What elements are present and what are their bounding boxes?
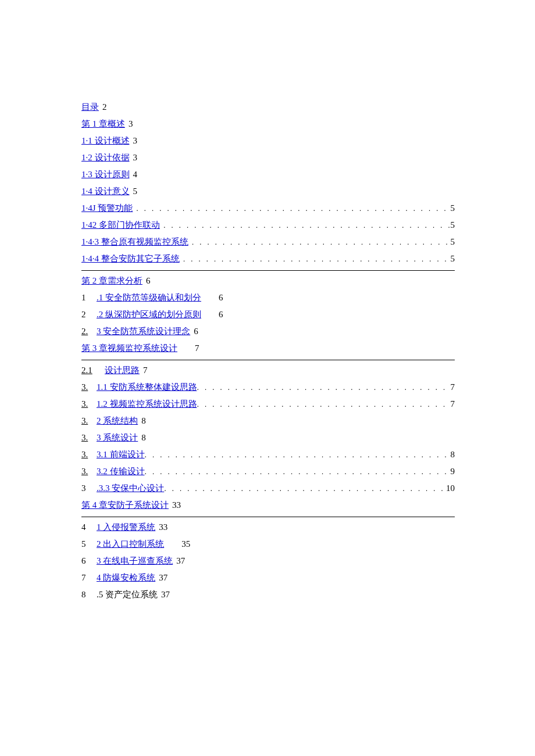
- toc-entry-dotted: 3.1.1 安防系统整体建设思路. . . . . . . . . . . . …: [81, 382, 455, 393]
- toc-entry-dotted: 3.3.2 传输设计. . . . . . . . . . . . . . . …: [81, 466, 455, 477]
- toc-entry: 63 在线电子巡查系统37: [81, 556, 455, 567]
- toc-link[interactable]: 第 4 章安防子系统设计: [81, 500, 169, 511]
- page-number: 7: [451, 382, 455, 392]
- toc-entry: 1·3 设计原则4: [81, 169, 455, 180]
- toc-entry: 1·2 设计依据3: [81, 152, 455, 163]
- page-number: 9: [451, 467, 455, 476]
- section-divider: [81, 270, 455, 271]
- toc-entry: 41 入侵报警系统33: [81, 522, 455, 533]
- toc-prefix: 7: [81, 573, 97, 583]
- toc-entry: 第 2 章需求分析6: [81, 275, 455, 286]
- toc-entry-dotted: 1·4·4 整合安防其它子系统. . . . . . . . . . . . .…: [81, 253, 455, 264]
- page-number: 6: [219, 293, 223, 303]
- page-number: 35: [181, 539, 190, 549]
- toc-link[interactable]: 3.1 前端设计: [97, 449, 145, 460]
- page-number: 5: [451, 254, 455, 264]
- section-divider: [81, 517, 455, 517]
- toc-entry-dotted: 1·4·3 整合原有视频监控系统. . . . . . . . . . . . …: [81, 237, 455, 248]
- page-number: 33: [172, 500, 181, 510]
- page-number: 3: [129, 119, 133, 129]
- page-number: 3: [133, 136, 138, 146]
- toc-dotfill: . . . . . . . . . . . . . . . . . . . . …: [145, 450, 451, 459]
- toc-prefix: 5: [81, 539, 97, 549]
- toc-entry: 2.3 安全防范系统设计理念6: [81, 326, 455, 337]
- toc-entry: 2.1设计思路7: [81, 365, 455, 376]
- toc-prefix: 3.: [81, 399, 97, 409]
- page-number: 33: [159, 522, 167, 532]
- toc-prefix: 3.: [81, 416, 97, 426]
- page-number: 6: [146, 276, 151, 286]
- toc-link[interactable]: 第 1 章概述: [81, 119, 125, 130]
- toc-link[interactable]: 1·1 设计概述: [81, 135, 130, 146]
- toc-link[interactable]: 目录: [81, 102, 99, 113]
- toc-entry-dotted: 1·42 多部门协作联动. . . . . . . . . . . . . . …: [81, 220, 455, 231]
- toc-entry: 3.2 系统结构8: [81, 415, 455, 427]
- toc-entry-title: 目录2: [81, 102, 455, 113]
- toc-prefix: 1: [81, 293, 97, 303]
- toc-entry: 第 3 章视频监控系统设计7: [81, 343, 455, 354]
- toc-link[interactable]: 1 入侵报警系统: [97, 522, 155, 533]
- toc-prefix: 2: [81, 310, 97, 320]
- toc-link[interactable]: 第 2 章需求分析: [81, 275, 142, 286]
- toc-link[interactable]: 1·4J 预警功能: [81, 203, 133, 214]
- page-number: 6: [219, 310, 223, 320]
- page-number: 7: [451, 399, 455, 409]
- toc-link[interactable]: 设计思路: [105, 365, 140, 376]
- toc-entry: 1·4 设计意义5: [81, 186, 455, 197]
- toc-dotfill: . . . . . . . . . . . . . . . . . . . . …: [136, 204, 450, 213]
- toc-entry: 74 防爆安检系统37: [81, 572, 455, 583]
- page-number: 10: [446, 483, 455, 493]
- toc-link[interactable]: 3.2 传输设计: [97, 466, 145, 477]
- page-number: 5: [451, 237, 455, 247]
- toc-entry-dotted: 3.3.1 前端设计. . . . . . . . . . . . . . . …: [81, 449, 455, 460]
- toc-link[interactable]: 1.1 安防系统整体建设思路: [97, 382, 197, 393]
- toc-dotfill: . . . . . . . . . . . . . . . . . . . . …: [164, 484, 446, 493]
- toc-link[interactable]: 1.2 视频监控系统设计思路: [97, 399, 197, 410]
- toc-link[interactable]: 1·3 设计原则: [81, 169, 130, 180]
- toc-entry: 第 1 章概述3: [81, 119, 455, 130]
- toc-prefix: 4: [81, 522, 97, 532]
- page-number: 37: [161, 590, 170, 600]
- toc-dotfill: . . . . . . . . . . . . . . . . . . . . …: [183, 255, 451, 263]
- toc-link[interactable]: 4 防爆安检系统: [97, 572, 155, 583]
- toc-link[interactable]: 1·42 多部门协作联动: [81, 220, 160, 231]
- toc-entry: 第 4 章安防子系统设计33: [81, 500, 455, 511]
- toc-entry: 1.1 安全防范等级确认和划分6: [81, 292, 455, 303]
- toc-entry: 52 出入口控制系统35: [81, 539, 455, 550]
- toc-entry-dotted: 1·4J 预警功能. . . . . . . . . . . . . . . .…: [81, 203, 455, 214]
- toc-link[interactable]: 1·2 设计依据: [81, 152, 130, 163]
- toc-link[interactable]: 3 在线电子巡查系统: [97, 556, 173, 567]
- toc-dotfill: . . . . . . . . . . . . . . . . . . . . …: [197, 383, 451, 392]
- toc-text: .5 资产定位系统: [97, 589, 158, 600]
- toc-container: 目录2 第 1 章概述3 1·1 设计概述3 1·2 设计依据3 1·3 设计原…: [0, 0, 535, 600]
- toc-link[interactable]: 3 安全防范系统设计理念: [97, 326, 190, 337]
- page-number: 37: [159, 573, 167, 583]
- page-number: 5: [133, 187, 138, 196]
- page-number: 7: [195, 343, 199, 353]
- toc-link[interactable]: .1 安全防范等级确认和划分: [97, 292, 201, 303]
- toc-prefix: 3: [81, 483, 97, 493]
- toc-prefix: 8: [81, 590, 97, 600]
- toc-prefix: 3.: [81, 433, 97, 443]
- toc-link[interactable]: .2 纵深防护区域的划分原则: [97, 309, 201, 320]
- toc-prefix: 3.: [81, 450, 97, 460]
- toc-entry: 1·1 设计概述3: [81, 135, 455, 146]
- toc-link[interactable]: 2 系统结构: [97, 415, 138, 427]
- toc-dotfill: . . . . . . . . . . . . . . . . . . . . …: [192, 238, 451, 246]
- toc-entry: 8.5 资产定位系统37: [81, 589, 455, 600]
- page-number: 5: [451, 203, 455, 213]
- toc-link[interactable]: 1·4·3 整合原有视频监控系统: [81, 237, 188, 248]
- toc-link[interactable]: 3 系统设计: [97, 432, 138, 443]
- toc-link[interactable]: 1·4·4 整合安防其它子系统: [81, 253, 180, 264]
- page-number: 8: [141, 416, 146, 426]
- toc-link[interactable]: 2 出入口控制系统: [97, 539, 164, 550]
- toc-link[interactable]: 第 3 章视频监控系统设计: [81, 343, 177, 354]
- toc-link[interactable]: .3.3 安保中心设计: [97, 483, 164, 494]
- toc-dotfill: . . . . . . . . . . . . . . . . . . . . …: [197, 400, 451, 409]
- toc-entry-dotted: 3.3.3 安保中心设计. . . . . . . . . . . . . . …: [81, 483, 455, 494]
- toc-dotfill: . . . . . . . . . . . . . . . . . . . . …: [163, 221, 451, 230]
- toc-entry-dotted: 3.1.2 视频监控系统设计思路. . . . . . . . . . . . …: [81, 399, 455, 410]
- toc-dotfill: . . . . . . . . . . . . . . . . . . . . …: [145, 467, 451, 476]
- toc-link[interactable]: 1·4 设计意义: [81, 186, 130, 197]
- page-number: 8: [141, 433, 146, 443]
